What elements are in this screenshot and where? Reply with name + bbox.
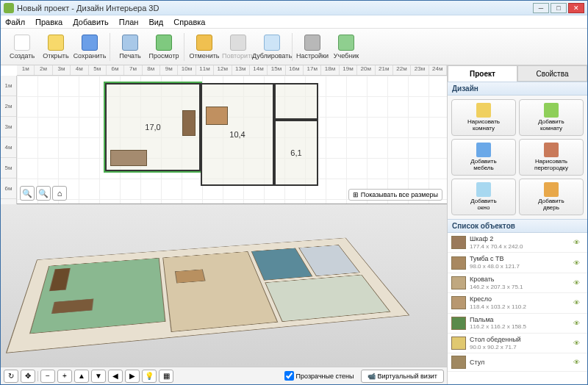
object-item[interactable]: Кровать146.2 x 207.3 x 75.1👁 <box>448 273 587 293</box>
plan-3d-view[interactable]: ↻ ✥ − + ▲ ▼ ◀ ▶ 💡 ▦ Прозрачные стены 📹 В… <box>1 204 447 384</box>
settings-button[interactable]: Настройки <box>295 30 329 64</box>
menu-правка[interactable]: Правка <box>35 18 62 26</box>
menubar: ФайлПравкаДобавитьПланВидСправка <box>1 15 587 29</box>
tilt-down-button[interactable]: ▼ <box>91 370 106 383</box>
duplicate-icon <box>264 35 280 51</box>
object-name: Стол обеденный <box>470 336 573 344</box>
object-icon <box>451 236 466 249</box>
wireframe-button[interactable]: ▦ <box>159 370 173 383</box>
object-item[interactable]: Кресло118.4 x 103.2 x 110.2👁 <box>448 293 587 313</box>
add-furniture-button[interactable]: Добавить мебель <box>451 139 516 176</box>
zoom-in-button[interactable]: 🔍 <box>36 186 51 201</box>
visibility-toggle-icon[interactable]: 👁 <box>573 359 584 366</box>
object-dimensions: 90.0 x 90.2 x 71.7 <box>470 344 573 351</box>
zoom-out-3d-button[interactable]: − <box>40 370 55 383</box>
dimensions-icon: ⊞ <box>353 191 359 198</box>
object-item[interactable]: Стол обеденный90.0 x 90.2 x 71.7👁 <box>448 334 587 353</box>
menu-файл[interactable]: Файл <box>5 18 25 26</box>
virtual-visit-button[interactable]: 📹 Виртуальный визит <box>361 370 444 383</box>
room-2[interactable]: 10,4 <box>201 83 274 186</box>
ruler-horizontal: 1м2м3м4м5м6м7м8м9м10м11м12м13м14м15м16м1… <box>17 65 447 76</box>
undo-icon <box>196 35 212 51</box>
object-dimensions: 98.0 x 48.0 x 121.7 <box>470 263 573 270</box>
plan-2d-view[interactable]: 17,0 10,4 6,1 🔍 🔍 ⌂ ⊞ Показывать все раз… <box>17 76 447 204</box>
home-button[interactable]: ⌂ <box>52 186 67 201</box>
visibility-toggle-icon[interactable]: 👁 <box>573 259 584 267</box>
object-icon <box>451 356 466 369</box>
draw-partition-icon <box>544 143 559 157</box>
maximize-button[interactable]: □ <box>551 3 567 13</box>
visibility-toggle-icon[interactable]: 👁 <box>573 299 584 306</box>
titlebar: Новый проект - Дизайн Интерьера 3D ─ □ ✕ <box>1 1 587 15</box>
save-button[interactable]: Сохранить <box>73 30 107 64</box>
add-room-icon <box>544 103 559 118</box>
object-item[interactable]: Стул👁 <box>448 353 587 372</box>
open-button[interactable]: Открыть <box>39 30 73 64</box>
undo-button[interactable]: Отменить <box>187 30 221 64</box>
add-door-button[interactable]: Добавить дверь <box>519 179 584 215</box>
object-item[interactable]: Пальма116.2 x 116.2 x 158.5👁 <box>448 314 587 334</box>
object-name: Тумба с ТВ <box>470 255 573 263</box>
tutorial-button[interactable]: Учебник <box>329 30 363 64</box>
print-button[interactable]: Печать <box>113 30 147 64</box>
toolbar: СоздатьОткрытьСохранитьПечатьПросмотрОтм… <box>1 29 587 65</box>
object-icon <box>451 317 466 330</box>
menu-вид[interactable]: Вид <box>148 18 163 26</box>
object-icon <box>451 256 466 270</box>
furniture-sofa[interactable] <box>110 150 147 166</box>
furniture-table[interactable] <box>206 107 228 125</box>
rotate-right-button[interactable]: ▶ <box>125 370 140 383</box>
menu-справка[interactable]: Справка <box>173 18 205 26</box>
settings-icon <box>304 35 320 51</box>
close-button[interactable]: ✕ <box>568 3 584 13</box>
room-3-top[interactable] <box>274 83 318 120</box>
draw-partition-button[interactable]: Нарисовать перегородку <box>519 139 584 176</box>
add-room-button[interactable]: Добавить комнату <box>519 99 584 136</box>
draw-room-button[interactable]: Нарисовать комнату <box>451 99 516 136</box>
bottom-toolbar-3d: ↻ ✥ − + ▲ ▼ ◀ ▶ 💡 ▦ Прозрачные стены 📹 В… <box>1 367 447 384</box>
furniture-wardrobe[interactable] <box>182 110 196 136</box>
zoom-in-3d-button[interactable]: + <box>57 370 72 383</box>
object-icon <box>451 337 466 350</box>
add-window-button[interactable]: Добавить окно <box>451 179 516 215</box>
tilt-up-button[interactable]: ▲ <box>74 370 89 383</box>
transparent-walls-checkbox[interactable]: Прозрачные стены <box>284 371 354 381</box>
canvas-area: 1м2м3м4м5м6м7м8м9м10м11м12м13м14м15м16м1… <box>1 65 448 384</box>
rotate-360-button[interactable]: ↻ <box>4 370 18 383</box>
draw-room-icon <box>476 103 491 118</box>
object-item[interactable]: Шкаф 2177.4 x 70.4 x 242.0👁 <box>448 233 587 253</box>
visibility-toggle-icon[interactable]: 👁 <box>573 279 584 287</box>
visibility-toggle-icon[interactable]: 👁 <box>573 339 584 347</box>
side-tabs: Проект Свойства <box>448 65 587 82</box>
redo-button[interactable]: Повторить <box>221 30 255 64</box>
duplicate-button[interactable]: Дублировать <box>255 30 289 64</box>
room-3[interactable]: 6,1 <box>274 120 318 186</box>
light-button[interactable]: 💡 <box>142 370 157 383</box>
visibility-toggle-icon[interactable]: 👁 <box>573 239 584 246</box>
print-icon <box>122 35 138 51</box>
visibility-toggle-icon[interactable]: 👁 <box>573 320 584 327</box>
menu-план[interactable]: План <box>119 18 139 26</box>
show-dimensions-button[interactable]: ⊞ Показывать все размеры <box>348 189 442 201</box>
create-button[interactable]: Создать <box>5 30 39 64</box>
preview-button[interactable]: Просмотр <box>147 30 181 64</box>
zoom-out-button[interactable]: 🔍 <box>20 186 35 201</box>
tab-properties[interactable]: Свойства <box>517 65 587 82</box>
room-1[interactable]: 17,0 <box>105 83 201 171</box>
zoom-controls-2d: 🔍 🔍 ⌂ <box>20 186 67 201</box>
object-icon <box>451 276 466 289</box>
object-dimensions: 116.2 x 116.2 x 158.5 <box>470 323 573 331</box>
open-icon <box>48 35 64 51</box>
design-buttons-grid: Нарисовать комнатуДобавить комнатуДобави… <box>448 96 587 219</box>
pan-button[interactable]: ✥ <box>21 370 35 383</box>
object-item[interactable]: Тумба с ТВ98.0 x 48.0 x 121.7👁 <box>448 253 587 273</box>
minimize-button[interactable]: ─ <box>533 3 549 13</box>
tab-project[interactable]: Проект <box>448 65 517 82</box>
preview-icon <box>156 35 172 51</box>
add-window-icon <box>476 182 491 197</box>
object-icon <box>451 296 466 309</box>
menu-добавить[interactable]: Добавить <box>73 18 109 26</box>
design-header: Дизайн <box>448 82 587 96</box>
objects-list: Шкаф 2177.4 x 70.4 x 242.0👁Тумба с ТВ98.… <box>448 233 587 384</box>
rotate-left-button[interactable]: ◀ <box>108 370 123 383</box>
